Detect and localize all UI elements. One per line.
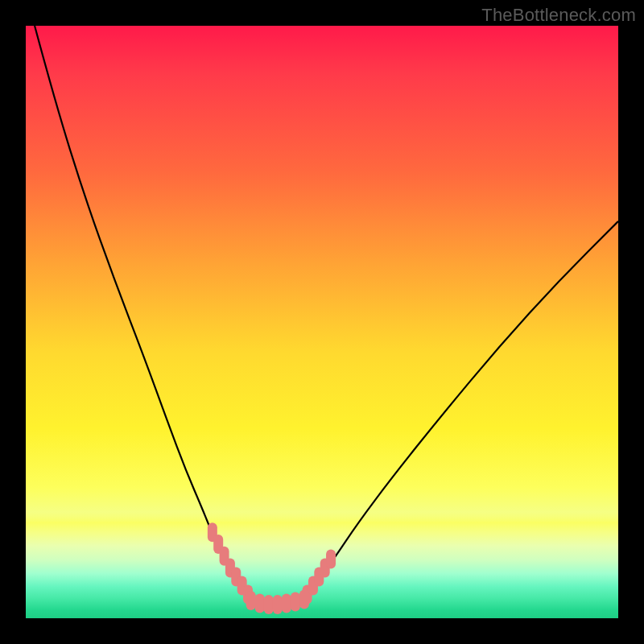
plot-area (26, 26, 618, 618)
curve-left (35, 26, 251, 597)
curve-right (304, 221, 618, 597)
watermark-text: TheBottleneck.com (481, 5, 636, 26)
marker-dot (246, 591, 256, 610)
curve-layer (26, 26, 618, 618)
marker-dot (291, 592, 300, 611)
chart-frame: TheBottleneck.com (0, 0, 644, 644)
marker-dot (282, 594, 291, 613)
highlight-markers (208, 522, 336, 614)
marker-dot (264, 595, 274, 614)
marker-dot (273, 595, 283, 614)
marker-dot (255, 594, 265, 613)
marker-dot (326, 549, 336, 568)
